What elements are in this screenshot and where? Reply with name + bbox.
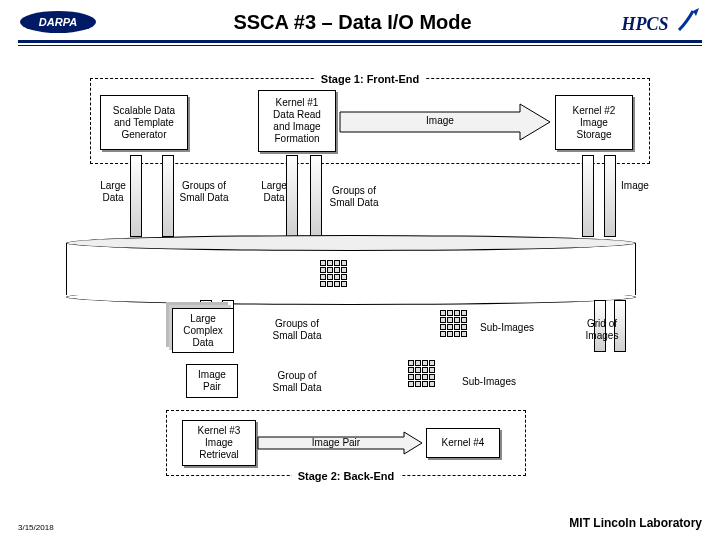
divider-thin [18,45,702,46]
page-title: SSCA #3 – Data I/O Mode [98,11,607,34]
stage1-label: Stage 1: Front-End [315,73,425,85]
svg-text:HPCS: HPCS [620,14,668,34]
groups-small-2-label: Groups of Small Data [325,185,383,208]
large-data-2-label: Large Data [256,180,292,203]
down-arrow-2 [162,155,174,237]
sub-images-1-label: Sub-Images [478,322,536,334]
down-arrow-1 [130,155,142,237]
svg-text:DARPA: DARPA [39,16,77,28]
cube-top [320,260,347,287]
kernel1-box: Kernel #1 Data Read and Image Formation [258,90,336,152]
sub-images-2-label: Sub-Images [460,376,518,388]
kernel3-box: Kernel #3 Image Retrieval [182,420,256,466]
image-pair-box: Image Pair [186,364,238,398]
kernel4-box: Kernel #4 [426,428,500,458]
down-arrow-5 [582,155,594,237]
generator-box: Scalable Data and Template Generator [100,95,188,150]
hpcs-logo: HPCS [607,8,702,36]
svg-marker-3 [693,8,699,16]
down-arrow-6 [604,155,616,237]
data-store-cylinder [66,235,636,305]
image-pair-arrow-label: Image Pair [306,437,366,449]
footer-date: 3/15/2018 [18,523,54,532]
large-complex-box: Large Complex Data [172,308,234,353]
groups-small-1-label: Groups of Small Data [175,180,233,203]
kernel2-box: Kernel #2 Image Storage [555,95,633,150]
group-small-label: Group of Small Data [268,370,326,393]
divider [18,40,702,43]
stage2-label: Stage 2: Back-End [292,470,401,482]
image-top-label: Image [617,180,653,192]
image-arrow-label: Image [415,115,465,127]
large-data-1-label: Large Data [95,180,131,203]
footer-lab: MIT Lincoln Laboratory [569,516,702,530]
cube-bot [408,360,435,387]
cube-mid [440,310,467,337]
down-arrow-4 [310,155,322,237]
grid-images-label: Grid of Images [580,318,624,341]
darpa-logo: DARPA [18,8,98,36]
header: DARPA SSCA #3 – Data I/O Mode HPCS [0,0,720,40]
groups-small-3-label: Groups of Small Data [268,318,326,341]
